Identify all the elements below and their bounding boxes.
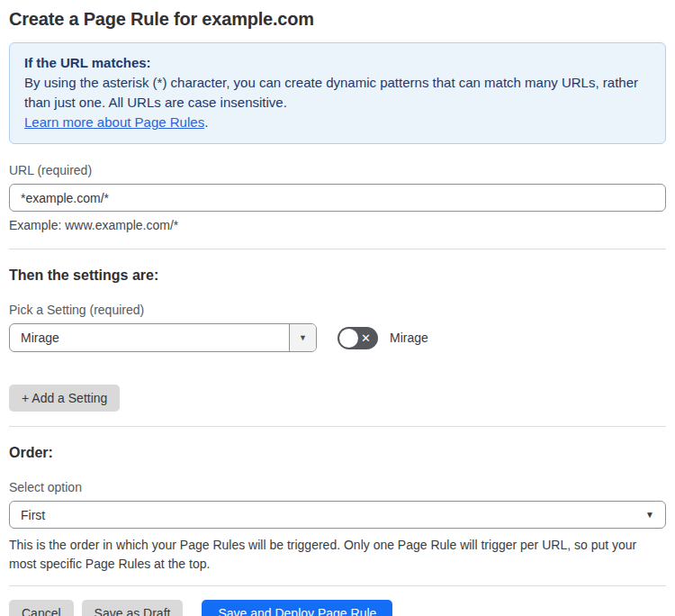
- footer-actions: Cancel Save as Draft Save and Deploy Pag…: [9, 600, 666, 616]
- save-draft-button[interactable]: Save as Draft: [82, 600, 184, 616]
- order-section-heading: Order:: [9, 445, 666, 461]
- section-divider: [9, 249, 666, 249]
- cancel-button[interactable]: Cancel: [9, 600, 74, 616]
- link-suffix: .: [204, 114, 208, 130]
- toggle-knob: [339, 329, 358, 348]
- footer-divider: [9, 585, 666, 586]
- order-select-value: First: [21, 508, 645, 522]
- url-match-info-box: If the URL matches: By using the asteris…: [9, 42, 666, 144]
- toggle-setting-label: Mirage: [390, 331, 428, 345]
- caret-down-icon: ▼: [299, 333, 307, 342]
- setting-picker-row: Mirage ▼ ✕ Mirage: [9, 323, 666, 352]
- caret-down-icon: ▼: [645, 510, 654, 520]
- setting-select-value: Mirage: [10, 324, 289, 351]
- setting-select-arrow-button[interactable]: ▼: [289, 324, 316, 351]
- info-box-body: By using the asterisk (*) character, you…: [24, 73, 651, 113]
- url-field-label: URL (required): [9, 163, 666, 177]
- order-help-text: This is the order in which your Page Rul…: [9, 536, 661, 574]
- info-box-link-line: Learn more about Page Rules.: [24, 113, 651, 132]
- url-input[interactable]: [9, 184, 666, 212]
- setting-picker-label: Pick a Setting (required): [9, 303, 666, 317]
- setting-select[interactable]: Mirage ▼: [9, 323, 317, 352]
- mirage-toggle[interactable]: ✕: [338, 327, 378, 349]
- page-rule-form: Create a Page Rule for example.com If th…: [0, 0, 675, 616]
- toggle-off-x-icon: ✕: [361, 332, 371, 344]
- add-setting-button[interactable]: + Add a Setting: [9, 385, 120, 412]
- order-select-label: Select option: [9, 480, 666, 494]
- page-title: Create a Page Rule for example.com: [9, 0, 666, 30]
- info-box-heading: If the URL matches:: [24, 53, 651, 73]
- learn-more-link[interactable]: Learn more about Page Rules: [24, 114, 204, 130]
- url-example-text: Example: www.example.com/*: [9, 218, 666, 232]
- save-deploy-button[interactable]: Save and Deploy Page Rule: [202, 600, 392, 616]
- order-select[interactable]: First ▼: [9, 501, 666, 529]
- settings-section-heading: Then the settings are:: [9, 267, 666, 284]
- section-divider: [9, 426, 666, 427]
